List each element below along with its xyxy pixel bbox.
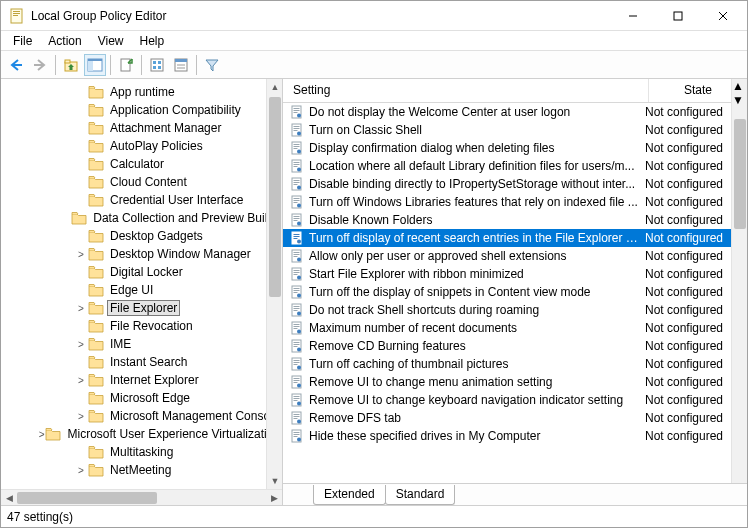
list-row[interactable]: Allow only per user or approved shell ex…	[283, 247, 731, 265]
expander-icon[interactable]	[75, 194, 87, 206]
list-row[interactable]: Location where all default Library defin…	[283, 157, 731, 175]
tree-item[interactable]: Application Compatibility	[5, 101, 282, 119]
expander-icon[interactable]	[75, 176, 87, 188]
expander-icon[interactable]	[75, 320, 87, 332]
expander-icon[interactable]	[75, 86, 87, 98]
maximize-button[interactable]	[655, 2, 700, 30]
tree-item[interactable]: >Desktop Window Manager	[5, 245, 282, 263]
up-button[interactable]	[60, 54, 82, 76]
svg-point-109	[297, 402, 301, 406]
setting-state: Not configured	[645, 375, 731, 389]
tree-item[interactable]: Instant Search	[5, 353, 282, 371]
export-button[interactable]	[115, 54, 137, 76]
tree-item[interactable]: AutoPlay Policies	[5, 137, 282, 155]
tree-item[interactable]: File Revocation	[5, 317, 282, 335]
tree-item[interactable]: >NetMeeting	[5, 461, 282, 479]
tree-item[interactable]: Credential User Interface	[5, 191, 282, 209]
svg-rect-112	[294, 416, 300, 417]
expander-icon[interactable]: >	[75, 410, 87, 422]
list-row[interactable]: Disable binding directly to IPropertySet…	[283, 175, 731, 193]
properties-button[interactable]	[170, 54, 192, 76]
tree-item[interactable]: Cloud Content	[5, 173, 282, 191]
tree-scrollbar-h[interactable]: ◀ ▶	[1, 489, 282, 505]
list-row[interactable]: Start File Explorer with ribbon minimize…	[283, 265, 731, 283]
menu-help[interactable]: Help	[132, 32, 173, 50]
refresh-button[interactable]	[146, 54, 168, 76]
back-button[interactable]	[5, 54, 27, 76]
tab-standard[interactable]: Standard	[385, 485, 456, 505]
expander-icon[interactable]	[75, 230, 87, 242]
tree-scrollbar-v[interactable]: ▲ ▼	[266, 79, 282, 489]
tree-item[interactable]: Calculator	[5, 155, 282, 173]
tree-item[interactable]: >File Explorer	[5, 299, 282, 317]
list-row[interactable]: Disable Known FoldersNot configured	[283, 211, 731, 229]
list-row[interactable]: Turn on Classic ShellNot configured	[283, 121, 731, 139]
menu-view[interactable]: View	[90, 32, 132, 50]
expander-icon[interactable]: >	[75, 302, 87, 314]
list-row[interactable]: Turn off display of recent search entrie…	[283, 229, 731, 247]
expander-icon[interactable]	[75, 122, 87, 134]
tree-item[interactable]: >Microsoft User Experience Virtualizatio…	[5, 425, 282, 443]
expander-icon[interactable]	[75, 266, 87, 278]
tree-item[interactable]: Edge UI	[5, 281, 282, 299]
folder-icon	[88, 121, 104, 135]
filter-button[interactable]	[201, 54, 223, 76]
tree-item[interactable]: Digital Locker	[5, 263, 282, 281]
expander-icon[interactable]	[75, 446, 87, 458]
list-row[interactable]: Display confirmation dialog when deletin…	[283, 139, 731, 157]
policy-icon	[289, 104, 305, 120]
list-row[interactable]: Turn off the display of snippets in Cont…	[283, 283, 731, 301]
expander-icon[interactable]: >	[75, 338, 87, 350]
list-row[interactable]: Remove UI to change keyboard navigation …	[283, 391, 731, 409]
tree-item[interactable]: Microsoft Edge	[5, 389, 282, 407]
svg-rect-41	[294, 162, 300, 163]
list-row[interactable]: Remove CD Burning featuresNot configured	[283, 337, 731, 355]
list-row[interactable]: Maximum number of recent documentsNot co…	[283, 319, 731, 337]
expander-icon[interactable]: >	[75, 248, 87, 260]
tree-item[interactable]: App runtime	[5, 83, 282, 101]
setting-name: Turn off caching of thumbnail pictures	[309, 357, 645, 371]
tree-item[interactable]: Desktop Gadgets	[5, 227, 282, 245]
expander-icon[interactable]: >	[39, 428, 45, 440]
expander-icon[interactable]	[75, 284, 87, 296]
forward-button[interactable]	[29, 54, 51, 76]
list-row[interactable]: Hide these specified drives in My Comput…	[283, 427, 731, 445]
scrollbar-thumb[interactable]	[269, 97, 281, 297]
tree-item-label: Multitasking	[108, 445, 175, 459]
list-row[interactable]: Do not display the Welcome Center at use…	[283, 103, 731, 121]
expander-icon[interactable]	[75, 104, 87, 116]
svg-rect-117	[294, 434, 300, 435]
expander-icon[interactable]: >	[75, 374, 87, 386]
column-setting[interactable]: Setting	[283, 79, 649, 102]
list-row[interactable]: Do not track Shell shortcuts during roam…	[283, 301, 731, 319]
expander-icon[interactable]	[61, 212, 71, 224]
tree-item[interactable]: >Internet Explorer	[5, 371, 282, 389]
list-row[interactable]: Remove DFS tabNot configured	[283, 409, 731, 427]
menu-action[interactable]: Action	[40, 32, 89, 50]
tree-item[interactable]: Data Collection and Preview Builds	[5, 209, 282, 227]
titlebar: Local Group Policy Editor	[1, 1, 747, 31]
list-row[interactable]: Turn off Windows Libraries features that…	[283, 193, 731, 211]
scrollbar-thumb[interactable]	[734, 119, 746, 229]
tree-view[interactable]: App runtimeApplication CompatibilityAtta…	[1, 79, 282, 483]
show-hide-tree-button[interactable]	[84, 54, 106, 76]
list-row[interactable]: Turn off caching of thumbnail picturesNo…	[283, 355, 731, 373]
scrollbar-thumb[interactable]	[17, 492, 157, 504]
list-scrollbar-v[interactable]: ▲ ▼	[731, 79, 747, 483]
tab-extended[interactable]: Extended	[313, 485, 386, 505]
tree-item[interactable]: >IME	[5, 335, 282, 353]
list-body[interactable]: Do not display the Welcome Center at use…	[283, 103, 731, 483]
expander-icon[interactable]	[75, 356, 87, 368]
window-title: Local Group Policy Editor	[31, 9, 610, 23]
expander-icon[interactable]	[75, 392, 87, 404]
expander-icon[interactable]	[75, 140, 87, 152]
tree-item[interactable]: Attachment Manager	[5, 119, 282, 137]
menu-file[interactable]: File	[5, 32, 40, 50]
list-row[interactable]: Remove UI to change menu animation setti…	[283, 373, 731, 391]
tree-item[interactable]: >Microsoft Management Console	[5, 407, 282, 425]
minimize-button[interactable]	[610, 2, 655, 30]
close-button[interactable]	[700, 2, 745, 30]
expander-icon[interactable]	[75, 158, 87, 170]
tree-item[interactable]: Multitasking	[5, 443, 282, 461]
expander-icon[interactable]: >	[75, 464, 87, 476]
